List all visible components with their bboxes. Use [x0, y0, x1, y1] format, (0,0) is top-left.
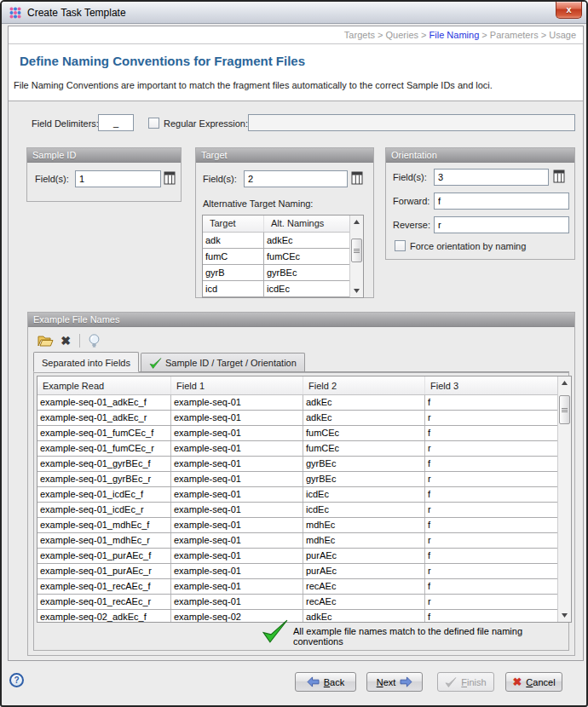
table-cell: example-seq-01_recAEc_r [37, 595, 171, 609]
table-cell: icd [203, 281, 264, 296]
status-green-check-icon [262, 619, 288, 647]
force-orientation-label: Force orientation by naming [410, 238, 526, 255]
examples-toolbar: ✖ [35, 331, 104, 350]
table-cell: example-seq-01_fumCEc_r [37, 441, 171, 456]
table-cell: example-seq-01_gyrBEc_r [37, 472, 171, 486]
table-cell: adkEc [303, 395, 425, 410]
table-row[interactable]: fumCfumCEc [203, 249, 349, 265]
table-row[interactable]: example-seq-01_purAEc_rexample-seq-01pur… [37, 564, 557, 579]
breadcrumb-step-queries[interactable]: Queries [385, 30, 418, 40]
target-field-chooser-icon[interactable] [351, 171, 364, 187]
sample-id-field-chooser-icon[interactable] [164, 171, 176, 187]
table-row[interactable]: example-seq-01_icdEc_fexample-seq-01icdE… [37, 487, 557, 503]
table-cell: icdEc [264, 281, 349, 296]
regular-expression-input[interactable] [248, 114, 575, 131]
next-button[interactable]: Next [366, 672, 423, 692]
table-row[interactable]: gyrBgyrBEc [203, 265, 349, 281]
next-arrow-icon [400, 676, 412, 687]
table-row[interactable]: example-seq-01_purAEc_fexample-seq-01pur… [37, 549, 557, 564]
alt-column-header[interactable]: Alt. Namings [264, 216, 349, 232]
breadcrumb-step-file-naming[interactable]: File Naming [429, 30, 480, 40]
table-row[interactable]: example-seq-01_gyrBEc_fexample-seq-01gyr… [37, 457, 557, 472]
table-cell: f [425, 549, 557, 563]
table-row[interactable]: example-seq-01_mdhEc_rexample-seq-01mdhE… [37, 533, 557, 549]
example-table-vertical-scrollbar[interactable] [557, 376, 571, 622]
reverse-input[interactable] [434, 216, 569, 233]
open-folder-icon[interactable] [35, 331, 55, 350]
tab-green-check-icon [149, 358, 162, 369]
app-icon [9, 6, 22, 20]
example-column-header[interactable]: Field 2 [303, 376, 425, 394]
breadcrumb-separator: > [418, 30, 429, 40]
orientation-field-chooser-icon[interactable] [553, 170, 566, 185]
orientation-fields-input[interactable] [434, 169, 549, 186]
back-button[interactable]: Back [295, 672, 356, 692]
table-row[interactable]: example-seq-01_adkEc_rexample-seq-01adkE… [37, 411, 557, 426]
orientation-group: Orientation Field(s): Forward: Reverse: … [385, 147, 575, 260]
alt-naming-vertical-scrollbar[interactable] [349, 216, 363, 297]
force-orientation-checkbox[interactable] [395, 240, 406, 251]
table-row[interactable]: example-seq-01_recAEc_rexample-seq-01rec… [37, 595, 557, 610]
field-delimiters-input[interactable] [98, 114, 134, 131]
scroll-up-icon[interactable] [350, 216, 363, 228]
page-description: File Naming Conventions are important to… [14, 80, 493, 90]
example-column-header[interactable]: Field 1 [171, 376, 303, 394]
table-cell: mdhEc [303, 533, 425, 548]
table-cell: example-seq-01_icdEc_f [37, 487, 171, 502]
table-row[interactable]: example-seq-01_recAEc_fexample-seq-01rec… [37, 579, 557, 595]
table-cell: fumCEc [264, 249, 349, 264]
table-cell: r [425, 533, 557, 548]
table-cell: gyrBEc [303, 457, 425, 471]
breadcrumb-step-parameters[interactable]: Parameters [490, 30, 539, 40]
table-cell: r [425, 441, 557, 456]
scroll-thumb[interactable] [559, 395, 570, 424]
table-cell: r [425, 411, 557, 425]
sample-id-group: Sample ID Field(s): [26, 147, 182, 202]
sample-id-fields-input[interactable] [75, 170, 161, 187]
table-row[interactable]: example-seq-01_icdEc_rexample-seq-01icdE… [37, 503, 557, 518]
breadcrumb-step-usage[interactable]: Usage [549, 30, 576, 40]
table-cell: example-seq-02_adkEc_f [37, 610, 171, 622]
alt-column-header[interactable]: Target [203, 216, 264, 232]
table-row[interactable]: example-seq-01_fumCEc_fexample-seq-01fum… [37, 426, 557, 441]
table-cell: example-seq-01_adkEc_f [37, 395, 171, 410]
regular-expression-checkbox[interactable] [148, 118, 159, 129]
scroll-down-icon[interactable] [350, 285, 363, 297]
sample-id-group-title: Sample ID [27, 148, 181, 163]
tab-separated-into-fields[interactable]: Separated into Fields [33, 352, 139, 372]
example-column-header[interactable]: Example Read [37, 376, 171, 394]
table-cell: example-seq-01_mdhEc_r [37, 533, 171, 548]
table-row[interactable]: example-seq-01_adkEc_fexample-seq-01adkE… [37, 395, 557, 411]
table-cell: fumCEc [303, 426, 425, 440]
field-delimiters-label: Field Delimiters: [32, 115, 99, 132]
target-group: Target Field(s): Alternative Target Nami… [195, 147, 374, 298]
help-icon[interactable]: ? [9, 673, 24, 687]
scroll-up-icon[interactable] [558, 376, 571, 389]
breadcrumb-step-targets[interactable]: Targets [344, 30, 375, 40]
table-cell: adkEc [303, 610, 425, 622]
delete-icon[interactable]: ✖ [55, 331, 76, 350]
target-fields-input[interactable] [244, 170, 348, 187]
scroll-thumb[interactable] [351, 239, 362, 262]
cancel-button[interactable]: ✖ Cancel [505, 672, 562, 692]
finish-button[interactable]: Finish [437, 672, 494, 692]
content-panel: Targets > Queries > File Naming > Parame… [8, 26, 584, 661]
table-row[interactable]: adkadkEc [203, 233, 349, 249]
tab-sample-target-orientation[interactable]: Sample ID / Target / Orientation [141, 353, 305, 371]
table-cell: fumCEc [303, 441, 425, 456]
table-row[interactable]: example-seq-02_adkEc_fexample-seq-02adkE… [37, 610, 557, 622]
table-row[interactable]: example-seq-01_mdhEc_fexample-seq-01mdhE… [37, 518, 557, 533]
forward-input[interactable] [434, 193, 569, 210]
example-column-header[interactable]: Field 3 [425, 376, 557, 394]
table-cell: example-seq-01_recAEc_f [37, 579, 171, 594]
table-row[interactable]: example-seq-01_fumCEc_rexample-seq-01fum… [37, 441, 557, 457]
alt-naming-table-header: TargetAlt. Namings [203, 216, 349, 233]
table-cell: example-seq-01_gyrBEc_f [37, 457, 171, 471]
table-row[interactable]: icdicdEc [203, 281, 349, 297]
scroll-down-icon[interactable] [558, 609, 571, 622]
title-bar[interactable]: Create Task Template [2, 2, 586, 24]
table-row[interactable]: example-seq-01_gyrBEc_rexample-seq-01gyr… [37, 472, 557, 487]
breadcrumb-separator: > [539, 30, 550, 40]
hint-bulb-icon[interactable] [84, 331, 104, 350]
close-button[interactable]: x [556, 2, 582, 19]
